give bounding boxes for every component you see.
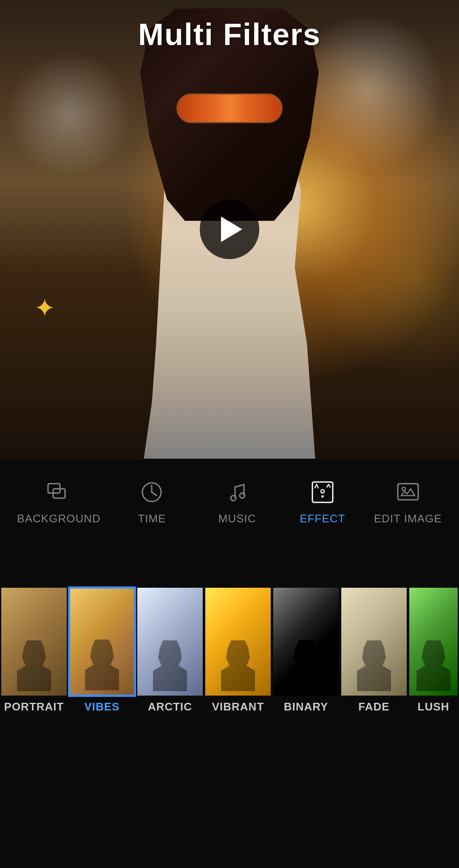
hero-title: Multi Filters bbox=[0, 17, 459, 52]
toolbar-item-music[interactable]: MUSIC bbox=[203, 477, 271, 525]
filter-label-fade: FADE bbox=[358, 700, 389, 713]
filter-preview-fade bbox=[341, 588, 407, 696]
filter-preview-vibes bbox=[70, 589, 134, 695]
play-icon bbox=[221, 217, 242, 242]
filter-item-lush[interactable]: LUSH bbox=[408, 586, 459, 713]
sitting-figure-vibrant bbox=[221, 640, 255, 691]
filter-label-vibes: VIBES bbox=[84, 700, 119, 713]
toolbar-item-edit-image[interactable]: EDIT IMAGE bbox=[374, 477, 442, 525]
svg-point-6 bbox=[240, 493, 245, 498]
sitting-figure-lush bbox=[416, 640, 450, 691]
star-decoration: ✦ bbox=[34, 293, 55, 323]
filter-label-vibrant: VIBRANT bbox=[212, 700, 264, 713]
sitting-figure-portrait bbox=[17, 640, 51, 691]
hero-area: ✦ Multi Filters bbox=[0, 0, 459, 459]
play-button[interactable] bbox=[200, 200, 259, 259]
time-label: TIME bbox=[138, 512, 166, 525]
filter-item-arctic[interactable]: ARCTIC bbox=[136, 586, 204, 713]
filter-item-fade[interactable]: FADE bbox=[340, 586, 408, 713]
filter-label-lush: LUSH bbox=[418, 700, 450, 713]
svg-point-10 bbox=[402, 487, 405, 490]
filter-thumb-vibrant bbox=[204, 586, 272, 697]
filter-preview-arctic bbox=[137, 588, 203, 696]
sitting-figure-arctic bbox=[153, 640, 187, 691]
filter-preview-portrait bbox=[1, 588, 67, 696]
filter-thumb-arctic bbox=[136, 586, 204, 697]
background-icon bbox=[44, 477, 74, 507]
filter-thumb-lush bbox=[408, 586, 459, 697]
filter-item-vibrant[interactable]: VIBRANT bbox=[204, 586, 272, 713]
filter-item-portrait[interactable]: PORTRAIT bbox=[0, 586, 68, 713]
background-label: BACKGROUND bbox=[17, 512, 100, 525]
svg-point-8 bbox=[321, 490, 324, 493]
filter-preview-vibrant bbox=[205, 588, 271, 696]
time-icon bbox=[137, 477, 167, 507]
toolbar-item-background[interactable]: BACKGROUND bbox=[17, 477, 100, 525]
sitting-figure-vibes bbox=[85, 640, 119, 690]
filter-label-portrait: PORTRAIT bbox=[4, 700, 64, 713]
music-label: MUSIC bbox=[218, 512, 256, 525]
toolbar-item-effect[interactable]: EFFECT bbox=[289, 477, 357, 525]
filter-strip: PORTRAIT VIBES ARCTIC VIBRANT bbox=[0, 578, 459, 722]
music-icon bbox=[222, 477, 252, 507]
filter-thumb-binary bbox=[272, 586, 340, 697]
filter-item-vibes[interactable]: VIBES bbox=[68, 586, 136, 713]
edit-image-label: EDIT IMAGE bbox=[374, 512, 442, 525]
filter-thumb-portrait bbox=[0, 586, 68, 697]
svg-line-4 bbox=[152, 492, 157, 496]
edit-image-icon bbox=[393, 477, 423, 507]
filter-label-binary: BINARY bbox=[284, 700, 329, 713]
sitting-figure-binary bbox=[289, 640, 323, 691]
spacer-area bbox=[0, 544, 459, 578]
svg-point-5 bbox=[231, 496, 236, 501]
filter-preview-lush bbox=[409, 588, 458, 696]
effect-label: EFFECT bbox=[300, 512, 345, 525]
sunglasses-detail bbox=[176, 93, 283, 123]
bottom-area bbox=[0, 722, 459, 868]
filter-label-arctic: ARCTIC bbox=[148, 700, 192, 713]
filter-thumb-fade bbox=[340, 586, 408, 697]
svg-rect-7 bbox=[312, 482, 333, 502]
filter-preview-binary bbox=[273, 588, 339, 696]
filter-thumb-vibes bbox=[68, 586, 136, 697]
sitting-figure-fade bbox=[357, 640, 391, 691]
toolbar: BACKGROUND TIME MUSIC bbox=[0, 459, 459, 544]
toolbar-item-time[interactable]: TIME bbox=[118, 477, 186, 525]
effect-icon bbox=[308, 477, 337, 507]
filter-item-binary[interactable]: BINARY bbox=[272, 586, 340, 713]
